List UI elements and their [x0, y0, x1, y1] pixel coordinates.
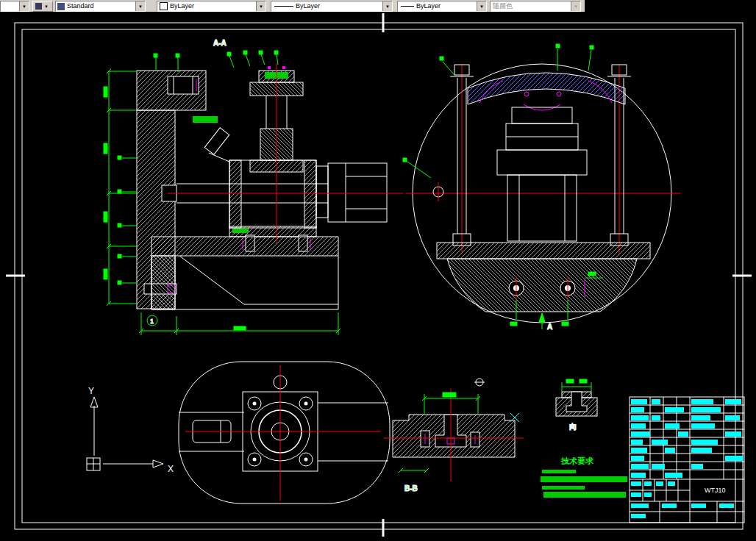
tech-req-line	[543, 492, 626, 498]
color-swatch-icon	[160, 2, 168, 10]
text-style-value: Standard	[65, 1, 135, 11]
balloon-label: 1	[150, 318, 154, 325]
tech-req-line	[542, 470, 576, 473]
chevron-down-icon[interactable]: ▼	[135, 1, 145, 11]
toolbar-strip: ▼ ▼ Standard ▼ ByLayer ▼ ByLayer ▼ ByLay…	[0, 0, 585, 12]
ucs-y-label: Y	[88, 386, 94, 396]
linetype-dropdown[interactable]: ByLayer ▼	[271, 1, 393, 12]
text-style-dropdown[interactable]: Standard ▼	[55, 1, 146, 12]
tech-requirements: 技术要求	[541, 456, 627, 498]
chevron-down-icon[interactable]: ▼	[19, 1, 29, 11]
chevron-down-icon: ▼	[571, 1, 580, 11]
linetype-sample-icon	[274, 6, 293, 7]
chevron-down-icon[interactable]: ▼	[256, 1, 265, 11]
lineweight-sample-icon	[401, 6, 414, 7]
section-label-bb: B-B	[404, 484, 418, 492]
chevron-down-icon[interactable]: ▼	[477, 1, 486, 11]
ucs-x-label: X	[168, 464, 174, 474]
direction-view-label: 向	[569, 423, 577, 431]
detail-circle-view: A	[403, 44, 680, 331]
tech-requirements-title: 技术要求	[560, 456, 594, 465]
drawing-number: WTJ10	[705, 487, 726, 494]
drawing-canvas[interactable]: 1 A-A	[0, 12, 756, 541]
section-bb-view: B-B	[384, 379, 524, 492]
front-section-view: 1 A-A	[104, 39, 403, 335]
toolbar-button[interactable]: ▼	[32, 1, 53, 12]
ucs-icon: Y X	[87, 386, 174, 474]
lineweight-dropdown[interactable]: ByLayer ▼	[397, 1, 487, 12]
title-block: WTJ10	[630, 397, 744, 523]
tech-req-line	[541, 476, 627, 482]
direction-view: 向	[556, 379, 597, 431]
linetype-value: ByLayer	[293, 1, 382, 11]
title-block-highlights	[631, 399, 743, 518]
top-view	[179, 362, 390, 504]
lineweight-value: ByLayer	[414, 1, 477, 11]
properties-toolbar: ▼ ▼ Standard ▼ ByLayer ▼ ByLayer ▼ ByLay…	[0, 0, 756, 12]
plotstyle-value: 随颜色	[491, 1, 571, 11]
color-value: ByLayer	[168, 1, 256, 11]
layer-dropdown[interactable]: ▼	[0, 1, 29, 12]
chevron-down-icon[interactable]: ▼	[382, 1, 392, 11]
plotstyle-dropdown: 随颜色 ▼	[490, 1, 581, 12]
color-dropdown[interactable]: ByLayer ▼	[157, 1, 266, 12]
section-arrow-label: A	[547, 323, 552, 331]
section-label-aa: A-A	[213, 39, 227, 47]
tech-req-line	[542, 486, 585, 490]
style-icon	[57, 3, 65, 10]
chevron-down-icon: ▼	[44, 4, 49, 9]
tool-icon	[35, 3, 42, 10]
model-space: 1 A-A	[0, 12, 756, 541]
